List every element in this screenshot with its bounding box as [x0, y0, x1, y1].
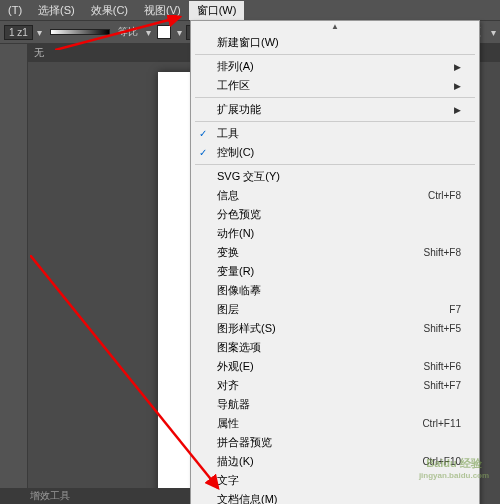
fill-swatch[interactable]: [157, 25, 171, 39]
opt-arrow[interactable]: ▾: [491, 27, 496, 38]
menu-item[interactable]: 新建窗口(W): [191, 33, 479, 52]
menubar: (T) 选择(S) 效果(C) 视图(V) 窗口(W): [0, 0, 500, 20]
menu-item-label: 文档信息(M): [217, 492, 278, 504]
menu-item[interactable]: 信息Ctrl+F8: [191, 186, 479, 205]
menu-item-label: 图像临摹: [217, 283, 261, 298]
menu-item[interactable]: 扩展功能▶: [191, 100, 479, 119]
check-icon: ✓: [199, 147, 207, 158]
ratio-label: 等比: [118, 25, 138, 39]
menu-effect[interactable]: 效果(C): [83, 1, 136, 20]
menu-separator: [195, 97, 475, 98]
menu-item-label: 导航器: [217, 397, 250, 412]
menu-item[interactable]: 动作(N): [191, 224, 479, 243]
menu-item-label: 描边(K): [217, 454, 254, 469]
menu-shortcut: Shift+F5: [423, 323, 461, 334]
menu-item[interactable]: 图形样式(S)Shift+F5: [191, 319, 479, 338]
weight-slider[interactable]: [50, 29, 110, 35]
menu-item-label: 图案选项: [217, 340, 261, 355]
menu-item-label: 排列(A): [217, 59, 254, 74]
menu-item[interactable]: 文档信息(M): [191, 490, 479, 504]
menu-shortcut: Shift+F7: [423, 380, 461, 391]
bottom-status: 增效工具: [0, 488, 190, 504]
menu-shortcut: Ctrl+F11: [422, 418, 461, 429]
scroll-up-arrow[interactable]: ▲: [191, 21, 479, 33]
menu-item[interactable]: 图层F7: [191, 300, 479, 319]
menu-item[interactable]: 对齐Shift+F7: [191, 376, 479, 395]
menu-item-label: 属性: [217, 416, 239, 431]
menu-separator: [195, 121, 475, 122]
menu-select[interactable]: 选择(S): [30, 1, 83, 20]
menu-item-label: 拼合器预览: [217, 435, 272, 450]
menu-item-label: 文字: [217, 473, 239, 488]
menu-item[interactable]: 工作区▶: [191, 76, 479, 95]
menu-separator: [195, 54, 475, 55]
check-icon: ✓: [199, 128, 207, 139]
menu-item-label: 图层: [217, 302, 239, 317]
menu-shortcut: Shift+F6: [423, 361, 461, 372]
menu-shortcut: Shift+F8: [423, 247, 461, 258]
menu-window[interactable]: 窗口(W): [189, 1, 245, 20]
menu-item[interactable]: 描边(K)Ctrl+F10: [191, 452, 479, 471]
menu-item[interactable]: 变量(R): [191, 262, 479, 281]
submenu-arrow-icon: ▶: [454, 62, 461, 72]
menu-item[interactable]: 文字: [191, 471, 479, 490]
menu-item[interactable]: ✓工具: [191, 124, 479, 143]
menu-item[interactable]: 变换Shift+F8: [191, 243, 479, 262]
menu-item[interactable]: 属性Ctrl+F11: [191, 414, 479, 433]
menu-item[interactable]: 导航器: [191, 395, 479, 414]
menu-item-label: 工具: [217, 126, 239, 141]
ratio-arrow[interactable]: ▾: [146, 27, 151, 38]
menu-item-label: 控制(C): [217, 145, 254, 160]
menu-item[interactable]: 外观(E)Shift+F6: [191, 357, 479, 376]
menu-item-label: SVG 交互(Y): [217, 169, 280, 184]
preset-arrow[interactable]: ▾: [37, 27, 42, 38]
menu-item-label: 变量(R): [217, 264, 254, 279]
swatch-arrow[interactable]: ▾: [177, 27, 182, 38]
window-menu-dropdown: ▲ 新建窗口(W)排列(A)▶工作区▶扩展功能▶✓工具✓控制(C)SVG 交互(…: [190, 20, 480, 504]
menu-item[interactable]: 图像临摹: [191, 281, 479, 300]
menu-shortcut: F7: [449, 304, 461, 315]
menu-item-label: 变换: [217, 245, 239, 260]
menu-item[interactable]: 拼合器预览: [191, 433, 479, 452]
menu-item-label: 扩展功能: [217, 102, 261, 117]
menu-item[interactable]: 排列(A)▶: [191, 57, 479, 76]
menu-item[interactable]: 分色预览: [191, 205, 479, 224]
preset-select[interactable]: 1 z1: [4, 25, 33, 40]
menu-view[interactable]: 视图(V): [136, 1, 189, 20]
menu-separator: [195, 164, 475, 165]
menu-shortcut: Ctrl+F8: [428, 190, 461, 201]
menu-item[interactable]: ✓控制(C): [191, 143, 479, 162]
menu-t[interactable]: (T): [0, 2, 30, 18]
submenu-arrow-icon: ▶: [454, 81, 461, 91]
menu-item[interactable]: 图案选项: [191, 338, 479, 357]
menu-item-label: 信息: [217, 188, 239, 203]
menu-item-label: 外观(E): [217, 359, 254, 374]
left-panel: [0, 44, 28, 504]
menu-item-label: 工作区: [217, 78, 250, 93]
submenu-arrow-icon: ▶: [454, 105, 461, 115]
menu-item-label: 图形样式(S): [217, 321, 276, 336]
menu-item-label: 分色预览: [217, 207, 261, 222]
menu-item-label: 对齐: [217, 378, 239, 393]
menu-item-label: 动作(N): [217, 226, 254, 241]
menu-shortcut: Ctrl+F10: [422, 456, 461, 467]
menu-item-label: 新建窗口(W): [217, 35, 279, 50]
menu-item[interactable]: SVG 交互(Y): [191, 167, 479, 186]
